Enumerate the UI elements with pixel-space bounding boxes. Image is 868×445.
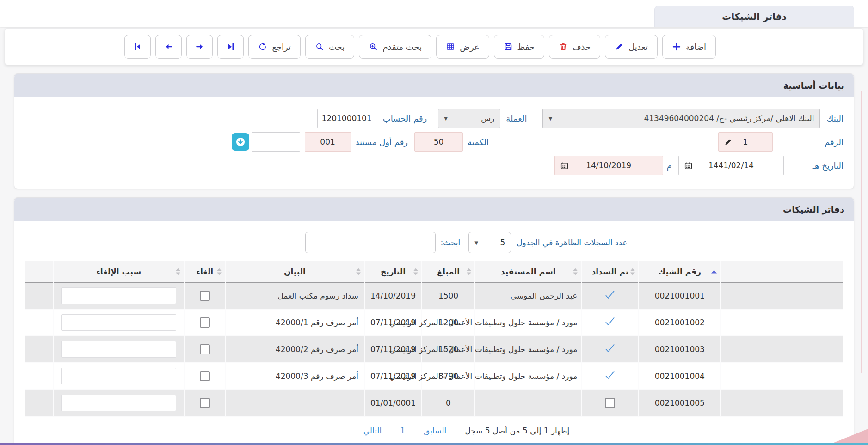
check-number: 0021001001	[655, 291, 705, 300]
column-label: المبلغ	[437, 267, 460, 276]
sort-both-icon	[467, 268, 471, 275]
scrollbar-strip[interactable]	[861, 91, 862, 373]
button-label: عرض	[460, 42, 479, 52]
cancel-checkbox[interactable]	[200, 371, 210, 381]
column-label: اسم المستفيد	[501, 267, 556, 276]
prev-record-button[interactable]	[155, 35, 182, 59]
pagination-prev-link[interactable]: السابق	[424, 426, 446, 435]
cancel-checkbox[interactable]	[200, 317, 210, 328]
top-tab-bar: دفاتر الشيكات	[0, 0, 868, 27]
button-label: اضافة	[686, 42, 706, 52]
arrow-left-icon	[164, 42, 173, 51]
edit-button[interactable]: تعديل	[605, 35, 658, 59]
empty-cell	[720, 363, 843, 390]
column-header-date[interactable]: التاريخ	[364, 261, 422, 283]
greg-date-input[interactable]	[554, 156, 663, 175]
button-label: حفظ	[517, 42, 535, 52]
column-header-reason[interactable]: سبب الإلغاء	[53, 261, 184, 283]
greg-date-label: م	[667, 161, 672, 171]
pagination-next-link[interactable]: التالي	[363, 426, 382, 435]
pagination-page-number[interactable]: 1	[400, 426, 405, 435]
column-header-desc[interactable]: البيان	[225, 261, 364, 283]
table-icon	[446, 42, 455, 51]
sort-both-icon	[176, 268, 180, 275]
button-label: حذف	[573, 42, 591, 52]
cancel-checkbox[interactable]	[200, 398, 210, 408]
table-body: 0021001001 عبد الرحمن الموسى 1500 14/10/…	[25, 283, 843, 417]
column-header-amount[interactable]: المبلغ	[422, 261, 475, 283]
button-label: تعديل	[628, 42, 648, 52]
column-header-paid[interactable]: تم السداد	[581, 261, 639, 283]
first-icon	[133, 42, 142, 51]
description-value: أمر صرف رقم 42000/2	[276, 345, 358, 354]
column-header-empty	[25, 261, 53, 283]
delete-button[interactable]: حذف	[549, 35, 600, 59]
bottom-accent-bar	[0, 443, 868, 445]
cancel-reason-input[interactable]	[61, 341, 176, 358]
beneficiary-name: مورد / مؤسسة حلول وتطبيقات الأعمال - الم…	[389, 345, 577, 354]
cancel-reason-input[interactable]	[61, 395, 176, 411]
empty-cell	[720, 283, 843, 310]
table-row: 0021001005 0 01/01/0001	[25, 390, 843, 416]
check-number: 0021001002	[655, 318, 705, 327]
table-row: 0021001004 مورد / مؤسسة حلول وتطبيقات ال…	[25, 363, 843, 390]
date-value: 07/11/2019	[370, 345, 416, 354]
account-number-input[interactable]	[317, 109, 376, 128]
circle-down-icon	[235, 136, 246, 147]
bank-label: البنك	[826, 114, 843, 123]
chevron-down-icon: ▼	[474, 240, 478, 245]
beneficiary-name: مورد / مؤسسة حلول وتطبيقات الأعمال - الم…	[389, 372, 577, 381]
currency-select[interactable]: رس ▼	[438, 109, 500, 128]
button-label: بحث	[329, 42, 345, 52]
pagination: إظهار 1 إلى 5 من أصل 5 سجل السابق 1 التا…	[57, 426, 868, 435]
cancel-checkbox[interactable]	[200, 291, 210, 301]
greg-date-field	[554, 156, 663, 175]
cancel-reason-input[interactable]	[61, 287, 176, 304]
date-value: 07/11/2019	[370, 372, 416, 381]
tab-checkbooks[interactable]: دفاتر الشيكات	[654, 6, 854, 27]
empty-cell	[720, 336, 843, 363]
column-header-benef[interactable]: اسم المستفيد	[475, 261, 581, 283]
cancel-reason-input[interactable]	[61, 368, 176, 384]
bank-select[interactable]: البنك الاهلي /مركز رئيسي -ح/ 41349604000…	[542, 109, 820, 128]
pencil-icon	[615, 42, 624, 51]
advanced-search-button[interactable]: بحث متقدم	[359, 35, 431, 59]
first-doc-input[interactable]	[305, 132, 351, 152]
quantity-input[interactable]	[414, 132, 463, 152]
page-length-select[interactable]: 5 ▼	[468, 232, 511, 253]
first-doc-label: رقم أول مستند	[356, 137, 408, 147]
currency-label: العملة	[506, 114, 527, 123]
undo-button[interactable]: تراجع	[248, 35, 301, 59]
bank-row: البنك البنك الاهلي /مركز رئيسي -ح/ 41349…	[25, 109, 843, 128]
column-label: البيان	[284, 267, 306, 276]
sort-both-icon	[630, 268, 635, 275]
number-input[interactable]	[718, 132, 773, 152]
beneficiary-name: مورد / مؤسسة حلول وتطبيقات الأعمال - الم…	[389, 318, 577, 327]
add-button[interactable]: اضافة	[662, 35, 716, 59]
extra-input[interactable]	[252, 132, 300, 152]
hijri-date-input[interactable]	[678, 156, 784, 175]
search-plus-icon	[369, 42, 378, 51]
number-field	[718, 132, 773, 152]
check-number: 0021001004	[655, 372, 705, 381]
page-length-value: 5	[500, 238, 505, 247]
view-button[interactable]: عرض	[436, 35, 489, 59]
last-record-button[interactable]	[217, 35, 244, 59]
search-button[interactable]: بحث	[305, 35, 354, 59]
cancel-checkbox[interactable]	[200, 344, 210, 354]
button-label: تراجع	[272, 42, 291, 52]
cancel-reason-input[interactable]	[61, 314, 176, 331]
first-record-button[interactable]	[124, 35, 151, 59]
description-value: أمر صرف رقم 42000/1	[276, 318, 358, 327]
table-row: 0021001002 مورد / مؤسسة حلول وتطبيقات ال…	[25, 309, 843, 336]
paid-checkbox[interactable]	[605, 398, 615, 408]
save-button[interactable]: حفظ	[494, 35, 544, 59]
fetch-down-button[interactable]	[232, 133, 249, 151]
hijri-date-field	[678, 156, 784, 175]
column-header-checkno[interactable]: رقم الشيك	[639, 261, 720, 283]
account-number-label: رقم الحساب	[383, 114, 427, 123]
column-header-cancel[interactable]: الغاء	[184, 261, 225, 283]
next-record-button[interactable]	[186, 35, 213, 59]
table-search-input[interactable]	[305, 232, 436, 253]
empty-cell	[25, 336, 53, 363]
